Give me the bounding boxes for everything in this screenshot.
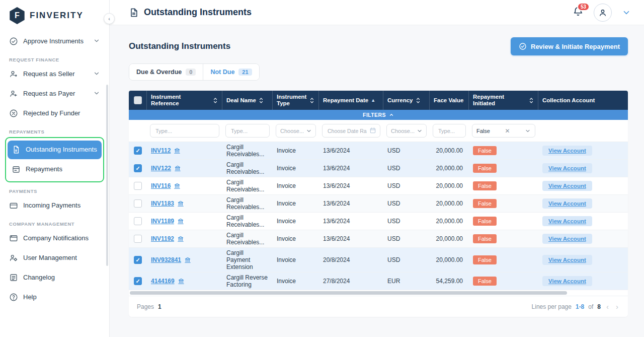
row-checkbox[interactable]	[134, 199, 142, 208]
col-header-currency[interactable]: Currency	[383, 91, 430, 110]
sidebar-item-rejected-by-funder[interactable]: Rejected by Funder	[5, 104, 104, 123]
next-page-icon[interactable]: ›	[614, 302, 620, 311]
sidebar-item-incoming-payments[interactable]: Incoming Payments	[5, 196, 104, 215]
repayment-initiated-badge: False	[473, 146, 497, 155]
repayment-date: 13/6/2024	[323, 147, 350, 154]
view-account-link[interactable]: View Account	[542, 216, 592, 226]
sidebar-item-label: User Management	[23, 254, 77, 262]
sidebar-item-outstanding-instruments[interactable]: Outstanding Instruments	[8, 141, 102, 159]
tab-not-due[interactable]: Not Due 21	[203, 64, 259, 80]
table-row: INV112 Cargill Receivables... Invoice 13…	[129, 142, 628, 160]
sidebar-item-request-as-payer[interactable]: Request as Payer	[5, 85, 104, 103]
view-account-link[interactable]: View Account	[542, 276, 592, 286]
view-account-link[interactable]: View Account	[542, 234, 592, 244]
instrument-detail-icon[interactable]	[174, 165, 181, 172]
review-initiate-repayment-button[interactable]: Review & Initiate Repayment	[511, 37, 628, 55]
lines-per-page: Lines per page 1-8 of 8 ‹ ›	[532, 302, 620, 311]
chevron-down-icon	[93, 90, 100, 97]
select-all-checkbox[interactable]	[134, 96, 142, 104]
instrument-detail-icon[interactable]	[177, 218, 184, 225]
logo-letter: F	[15, 11, 20, 20]
scrollbar-thumb[interactable]	[130, 291, 567, 295]
app-root: F FINVERITY ‹ Approve Instruments REQUES…	[0, 0, 644, 337]
col-label: Instrument Reference	[151, 94, 210, 107]
view-account-link[interactable]: View Account	[542, 146, 592, 156]
finverity-logo-icon: F	[9, 7, 25, 24]
table-row: INV1183 Cargill Receivables... Invoice 1…	[129, 195, 628, 213]
sidebar-item-changelog[interactable]: Changelog	[5, 268, 104, 287]
user-avatar-button[interactable]	[594, 4, 612, 22]
chevron-down-icon	[306, 128, 312, 134]
col-header-instrument-reference[interactable]: Instrument Reference	[147, 91, 222, 110]
col-header-repayment-date[interactable]: Repayment Date ▲	[319, 91, 383, 110]
filter-reference-input[interactable]	[150, 124, 219, 138]
filter-currency-select[interactable]: Choose...	[386, 124, 427, 138]
section-request-finance: REQUEST FINANCE	[5, 52, 104, 64]
instrument-type: Invoice	[277, 165, 296, 172]
row-checkbox[interactable]	[134, 256, 142, 264]
view-account-link[interactable]: View Account	[542, 163, 592, 173]
lines-range[interactable]: 1-8	[576, 303, 584, 310]
view-account-link[interactable]: View Account	[542, 255, 592, 265]
instrument-detail-icon[interactable]	[178, 278, 185, 285]
row-checkbox[interactable]	[134, 277, 142, 285]
row-checkbox[interactable]	[134, 164, 142, 172]
filter-face-value-input[interactable]	[433, 124, 466, 138]
tab-due-overdue[interactable]: Due & Overdue 0	[129, 64, 203, 80]
instrument-reference-link[interactable]: 4144169	[151, 278, 175, 285]
row-checkbox[interactable]	[134, 235, 142, 243]
sidebar-collapse-button[interactable]: ‹	[104, 13, 115, 24]
topbar-actions: 53	[573, 4, 631, 22]
sidebar-item-help[interactable]: Help	[5, 288, 104, 307]
pages-indicator: Pages 1	[137, 303, 162, 310]
current-page[interactable]: 1	[158, 303, 162, 310]
filters-toggle-bar[interactable]: FILTERS	[129, 110, 628, 120]
col-header-face-value[interactable]: Face Value	[430, 91, 469, 110]
repayment-date: 13/6/2024	[323, 218, 350, 225]
view-account-link[interactable]: View Account	[542, 181, 592, 191]
sidebar-item-company-notifications[interactable]: Company Notifications	[5, 229, 104, 248]
calendar-icon	[369, 127, 376, 134]
col-header-repayment-initiated[interactable]: Repayment Initiated	[469, 91, 538, 110]
face-value: 20,000.00	[436, 235, 463, 242]
instrument-detail-icon[interactable]	[177, 235, 184, 242]
main-area: Outstanding Instruments 53 Outstanding I…	[110, 0, 644, 337]
instrument-reference-link[interactable]: INV1183	[151, 200, 174, 207]
prev-page-icon[interactable]: ‹	[605, 302, 610, 311]
row-checkbox[interactable]	[134, 217, 142, 225]
col-label: Collection Account	[542, 97, 595, 104]
company-notifications-icon	[9, 234, 18, 243]
instrument-detail-icon[interactable]	[177, 200, 184, 207]
notifications-button[interactable]: 53	[573, 6, 584, 19]
account-menu-chevron-icon[interactable]	[622, 8, 631, 17]
instrument-reference-link[interactable]: INV116	[151, 182, 171, 189]
instrument-detail-icon[interactable]	[174, 182, 181, 189]
col-header-deal-name[interactable]: Deal Name	[222, 91, 273, 110]
sidebar-scrollbar[interactable]	[106, 85, 108, 266]
instrument-reference-link[interactable]: INV122	[151, 165, 171, 172]
sidebar-item-request-as-seller[interactable]: Request as Seller	[5, 65, 104, 84]
instrument-detail-icon[interactable]	[184, 256, 191, 263]
sidebar-item-user-management[interactable]: User Management	[5, 249, 104, 267]
filter-date-range[interactable]	[322, 124, 380, 138]
sidebar-item-approve-instruments[interactable]: Approve Instruments	[5, 32, 104, 51]
clear-filter-icon[interactable]: ✕	[505, 127, 510, 134]
instrument-reference-link[interactable]: INV932841	[151, 256, 181, 263]
repayment-date: 13/6/2024	[323, 235, 350, 242]
instrument-detail-icon[interactable]	[174, 147, 181, 154]
filters-label: FILTERS	[363, 112, 386, 118]
instrument-reference-link[interactable]: INV1189	[151, 218, 174, 225]
table-header-row: Instrument Reference Deal Name Instrumen…	[129, 91, 628, 110]
row-checkbox[interactable]	[134, 147, 142, 155]
view-account-link[interactable]: View Account	[542, 198, 592, 209]
filter-deal-input[interactable]	[225, 124, 270, 138]
filter-repayment-initiated-select[interactable]: False ✕	[472, 124, 535, 138]
instrument-reference-link[interactable]: INV1192	[151, 235, 174, 242]
instrument-reference-link[interactable]: INV112	[151, 147, 171, 154]
horizontal-scrollbar[interactable]	[129, 290, 628, 296]
sidebar-item-repayments[interactable]: Repayments	[8, 160, 102, 179]
col-header-instrument-type[interactable]: Instrument Type	[273, 91, 319, 110]
row-checkbox[interactable]	[134, 182, 142, 190]
filter-type-select[interactable]: Choose...	[276, 124, 316, 138]
repayment-initiated-badge: False	[473, 277, 497, 286]
